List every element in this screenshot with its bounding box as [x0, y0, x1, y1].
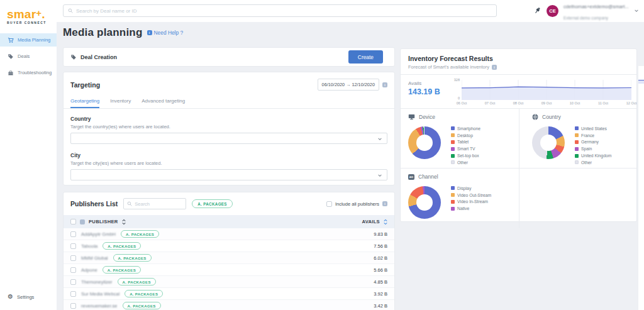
legend-label: Display [457, 186, 471, 191]
brand-wordmark: smar+. [7, 7, 57, 20]
legend-label: Native [457, 206, 469, 211]
user-info[interactable]: cdethomas+extdemo@smart... External demo… [564, 0, 629, 22]
country-section: Country United StatesFranceGermanySpainU… [519, 109, 636, 169]
y-axis-max-label: 328 [450, 78, 460, 82]
sort-avails-icon[interactable] [384, 219, 387, 225]
table-row[interactable]: AdponeA. PACKAGES5.66 B [64, 264, 394, 276]
tab-advanced-targeting[interactable]: Advanced targeting [142, 94, 185, 108]
row-checkbox[interactable] [70, 303, 76, 309]
pushpin-icon[interactable] [534, 7, 541, 14]
sidebar-item-deals[interactable]: Deals [0, 50, 57, 63]
create-button[interactable]: Create [348, 50, 383, 64]
country-legend: United StatesFranceGermanySpainUnited Ki… [575, 125, 611, 166]
select-all-checkbox[interactable] [70, 219, 76, 224]
publisher-name: Taboola [81, 243, 97, 249]
legend-label: Other [457, 160, 468, 165]
packages-badge[interactable]: A. PACKAGES [121, 230, 159, 238]
packages-badge[interactable]: A. PACKAGES [118, 278, 156, 285]
device-legend: SmartphoneDesktopTabletSmart TVSet-top b… [451, 125, 480, 166]
device-section-title: Device [419, 114, 435, 120]
field-country: CountryTarget the country(ies) where use… [70, 116, 387, 144]
forecast-info-icon[interactable]: i [492, 65, 497, 70]
avails-column-header[interactable]: AVAILS [362, 219, 380, 224]
brand-tagline: BUYER CONNECT [7, 21, 57, 25]
forecast-card: Inventory Forecast Results Forecast of S… [400, 48, 637, 222]
publisher-name: AddApptr GmbH [81, 231, 116, 237]
avails-value: 9.83 B [374, 231, 387, 237]
sidebar-item-troubleshooting[interactable]: Troubleshooting [0, 66, 57, 79]
legend-label: Set-top box [457, 153, 479, 158]
publisher-column-header[interactable]: PUBLISHER [89, 219, 118, 224]
packages-badge[interactable]: A. PACKAGES [113, 254, 152, 262]
device-section: Device SmartphoneDesktopTabletSmart TVSe… [401, 109, 519, 169]
date-range-input[interactable]: 06/10/2020 → 12/10/2020 [318, 79, 379, 91]
legend-item-native: Native [451, 205, 491, 212]
channel-section-title: Channel [418, 174, 438, 180]
tab-inventory[interactable]: Inventory [110, 94, 131, 108]
sidebar-item-settings[interactable]: ⚙ Settings [8, 294, 34, 300]
brand-logo[interactable]: smar+. BUYER CONNECT [0, 0, 57, 25]
packages-badge[interactable]: A. PACKAGES [123, 302, 161, 309]
legend-swatch [451, 207, 455, 211]
avatar[interactable]: CE [547, 5, 558, 17]
legend-swatch [451, 193, 455, 197]
packages-badge[interactable]: A. PACKAGES [103, 266, 141, 274]
targeting-title: Targeting [70, 81, 100, 89]
include-all-publishers[interactable]: Include all publishers i [326, 201, 387, 207]
row-checkbox[interactable] [70, 231, 76, 237]
deal-search-box[interactable] [63, 4, 497, 17]
include-all-info-icon[interactable]: i [382, 201, 387, 206]
publisher-name: Adpone [81, 267, 97, 273]
legend-swatch [575, 126, 579, 130]
table-row[interactable]: revenuemaker.seA. PACKAGES3.42 B [64, 300, 394, 310]
legend-item-united-states: United States [575, 125, 611, 132]
targeting-fields: CountryTarget the country(ies) where use… [64, 109, 394, 180]
table-row[interactable]: Sur Media WebcalA. PACKAGES3.92 B [64, 288, 394, 300]
date-info-icon[interactable]: i [382, 82, 387, 87]
table-row[interactable]: ThemoneytizerA. PACKAGES4.85 B [64, 276, 394, 288]
x-axis-tick-label: 09 Oct [541, 101, 552, 105]
legend-swatch [451, 160, 455, 164]
sort-publisher-icon[interactable] [122, 219, 126, 225]
legend-label: France [581, 133, 594, 138]
legend-label: Tablet [457, 140, 469, 144]
city-select[interactable] [70, 169, 387, 180]
country-select[interactable] [70, 133, 387, 144]
deal-search-input[interactable] [76, 8, 492, 14]
legend-item-tablet: Tablet [451, 139, 480, 146]
chevron-down-icon [377, 136, 382, 141]
table-row[interactable]: MMM GlobalA. PACKAGES6.02 B [64, 252, 394, 264]
chevron-down-icon[interactable] [634, 8, 639, 13]
legend-swatch [575, 154, 579, 158]
gear-icon: ⚙ [8, 294, 13, 300]
publisher-name: revenuemaker.se [81, 303, 118, 309]
publisher-search-input[interactable] [135, 201, 179, 207]
row-checkbox[interactable] [70, 255, 76, 261]
legend-swatch [451, 133, 455, 137]
legend-item-video-out-stream: Video Out-Stream [451, 192, 491, 199]
field-description: Target the city(ies) where users are loc… [70, 160, 387, 166]
page-header: Media planning i Need Help ? [63, 26, 183, 39]
publisher-name: Sur Media Webcal [81, 291, 119, 297]
row-checkbox[interactable] [70, 279, 76, 285]
row-checkbox[interactable] [70, 291, 76, 297]
table-row[interactable]: AddApptr GmbHA. PACKAGES9.83 B [64, 228, 394, 240]
legend-swatch [451, 126, 455, 130]
packages-filter-badge[interactable]: A. PACKAGES [192, 199, 233, 208]
tab-geotargeting[interactable]: Geotargeting [70, 94, 99, 108]
packages-badge[interactable]: A. PACKAGES [125, 290, 163, 297]
legend-swatch [575, 160, 579, 164]
row-checkbox[interactable] [70, 243, 76, 249]
packages-badge[interactable]: A. PACKAGES [103, 242, 141, 250]
sidebar-item-media-planning[interactable]: Media Planning [0, 33, 57, 47]
need-help-link[interactable]: i Need Help ? [147, 30, 184, 36]
row-checkbox[interactable] [70, 267, 76, 273]
include-all-checkbox[interactable] [326, 201, 332, 207]
x-axis-tick-label: 12 Oct [626, 101, 636, 105]
channel-legend: DisplayVideo Out-StreamVideo In-StreamNa… [451, 185, 491, 212]
tag-icon [70, 54, 77, 60]
publisher-search-box[interactable] [123, 198, 186, 209]
legend-swatch [451, 147, 455, 151]
legend-item-desktop: Desktop [451, 132, 480, 139]
table-row[interactable]: TaboolaA. PACKAGES7.56 B [64, 240, 394, 252]
